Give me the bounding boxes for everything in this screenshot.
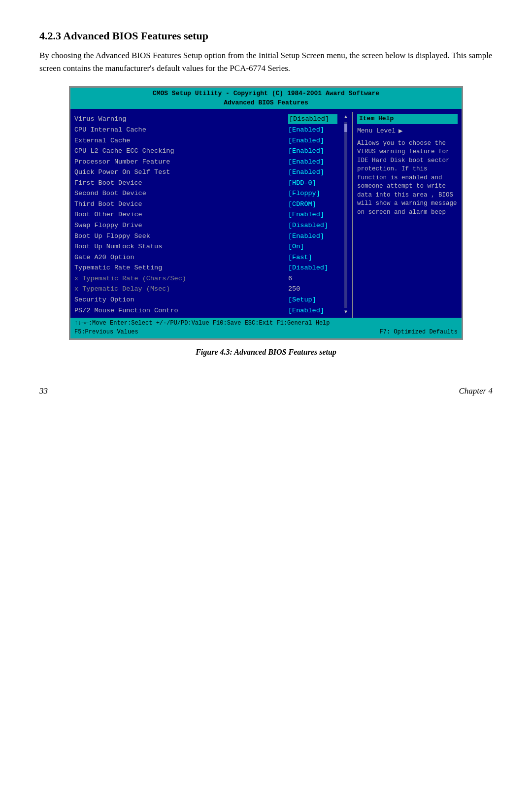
bios-row-label: CPU Internal Cache bbox=[74, 125, 288, 135]
bios-title-line1: CMOS Setup Utility - Copyright (C) 1984-… bbox=[74, 89, 458, 99]
bios-row-value: [Enabled] bbox=[288, 146, 337, 156]
bios-row-label: x Typematic Delay (Msec) bbox=[74, 284, 288, 294]
bios-row: x Typematic Delay (Msec)250 bbox=[74, 284, 337, 295]
bios-row-label: Swap Floppy Drive bbox=[74, 221, 288, 231]
bios-row-label: Processor Number Feature bbox=[74, 157, 288, 167]
bios-screen: CMOS Setup Utility - Copyright (C) 1984-… bbox=[69, 86, 463, 340]
bios-settings-list: Virus Warning[Disabled]CPU Internal Cach… bbox=[74, 114, 343, 316]
chapter-label: Chapter 4 bbox=[459, 386, 493, 396]
bios-row: CPU L2 Cache ECC Checking[Enabled] bbox=[74, 146, 337, 157]
item-help-title: Item Help bbox=[357, 114, 458, 124]
bios-row-label: Boot Up NumLock Status bbox=[74, 242, 288, 252]
bios-row-label: Boot Other Device bbox=[74, 210, 288, 220]
bios-row-value: 250 bbox=[288, 284, 337, 294]
bios-row: CPU Internal Cache[Enabled] bbox=[74, 125, 337, 135]
bios-row: Boot Other Device[Enabled] bbox=[74, 209, 337, 220]
bios-row-value: [Enabled] bbox=[288, 157, 337, 167]
bios-footer-row2: F5:Previous Values F7: Optimized Default… bbox=[74, 328, 458, 336]
bios-footer-row1: ↑↓→←:Move Enter:Select +/-/PU/PD:Value F… bbox=[74, 319, 458, 328]
bios-row-value: [Disabled] bbox=[288, 221, 337, 231]
bios-row-label: Virus Warning bbox=[74, 114, 288, 124]
bios-row-label: First Boot Device bbox=[74, 178, 288, 188]
bios-left-panel: Virus Warning[Disabled]CPU Internal Cach… bbox=[70, 112, 353, 318]
bios-row: x Typematic Rate (Chars/Sec)6 bbox=[74, 273, 337, 284]
bios-row-value: [Enabled] bbox=[288, 125, 337, 135]
bios-row-value: [Disabled] bbox=[288, 263, 337, 273]
bios-row: Second Boot Device[Floppy] bbox=[74, 188, 337, 199]
bios-row-value: [Enabled] bbox=[288, 232, 337, 241]
bios-row-label: External Cache bbox=[74, 136, 288, 146]
footer-line2-right: F7: Optimized Defaults bbox=[380, 328, 458, 336]
bios-row-label: Typematic Rate Setting bbox=[74, 263, 288, 273]
bios-left-inner-section: Virus Warning[Disabled]CPU Internal Cach… bbox=[74, 114, 348, 316]
bios-row: Boot Up NumLock Status[On] bbox=[74, 241, 337, 252]
bios-row: PS/2 Mouse Function Contro[Enabled] bbox=[74, 305, 337, 316]
bios-scrollbar: ▲ ▼ bbox=[343, 114, 348, 316]
bios-row: Boot Up Floppy Seek[Enabled] bbox=[74, 231, 337, 242]
bios-row-label: Quick Power On Self Test bbox=[74, 167, 288, 177]
bios-row-value: [Enabled] bbox=[288, 210, 337, 220]
bios-row-value: [Enabled] bbox=[288, 167, 337, 177]
menu-level-label: Menu Level bbox=[357, 127, 396, 136]
footer-line2-left: F5:Previous Values bbox=[74, 328, 138, 336]
bios-row-value: [HDD-0] bbox=[288, 178, 337, 188]
bios-row-value: [Floppy] bbox=[288, 189, 337, 199]
menu-level-arrow: ▶ bbox=[399, 126, 402, 136]
figure-caption: Figure 4.3: Advanced BIOS Features setup bbox=[39, 348, 493, 357]
scroll-down-arrow: ▼ bbox=[344, 309, 347, 316]
bios-row: Processor Number Feature[Enabled] bbox=[74, 157, 337, 167]
bios-row-label: Second Boot Device bbox=[74, 189, 288, 199]
bios-row: Virus Warning[Disabled] bbox=[74, 114, 337, 125]
bios-row-value: 6 bbox=[288, 274, 337, 284]
bios-row-value: [Enabled] bbox=[288, 306, 337, 316]
scroll-thumb bbox=[344, 124, 347, 132]
bios-right-panel: Item Help Menu Level ▶ Allows you to cho… bbox=[353, 112, 462, 318]
bios-row: External Cache[Enabled] bbox=[74, 135, 337, 146]
scroll-up-arrow: ▲ bbox=[344, 114, 347, 121]
bios-title-bar: CMOS Setup Utility - Copyright (C) 1984-… bbox=[70, 88, 462, 109]
bios-row: First Boot Device[HDD-0] bbox=[74, 178, 337, 189]
section-body: By choosing the Advanced BIOS Features S… bbox=[39, 49, 493, 75]
bios-row-label: x Typematic Rate (Chars/Sec) bbox=[74, 274, 288, 284]
bios-row: Swap Floppy Drive[Disabled] bbox=[74, 220, 337, 231]
bios-row: Gate A20 Option[Fast] bbox=[74, 252, 337, 263]
bios-row-label: Third Boot Device bbox=[74, 199, 288, 209]
bios-footer: ↑↓→←:Move Enter:Select +/-/PU/PD:Value F… bbox=[70, 318, 462, 338]
bios-title-line2: Advanced BIOS Features bbox=[74, 99, 458, 108]
footer-line1: ↑↓→←:Move Enter:Select +/-/PU/PD:Value F… bbox=[74, 319, 330, 328]
bios-row: Third Boot Device[CDROM] bbox=[74, 199, 337, 210]
item-help-text: Allows you to choose the VIRUS warning f… bbox=[357, 139, 458, 217]
bios-row: Quick Power On Self Test[Enabled] bbox=[74, 167, 337, 178]
bios-row-label: PS/2 Mouse Function Contro bbox=[74, 306, 288, 316]
section-title: 4.2.3 Advanced BIOS Features setup bbox=[39, 30, 493, 42]
bios-row-value: [CDROM] bbox=[288, 199, 337, 209]
page-footer: 33 Chapter 4 bbox=[39, 386, 493, 396]
bios-row-label: CPU L2 Cache ECC Checking bbox=[74, 146, 288, 156]
bios-row-value: [Fast] bbox=[288, 253, 337, 263]
bios-row-label: Security Option bbox=[74, 295, 288, 305]
menu-level-row: Menu Level ▶ bbox=[357, 126, 458, 136]
bios-row: Typematic Rate Setting[Disabled] bbox=[74, 263, 337, 273]
bios-row-value: [Setup] bbox=[288, 295, 337, 305]
scroll-track bbox=[344, 122, 347, 308]
page-number: 33 bbox=[39, 386, 48, 396]
bios-row-label: Boot Up Floppy Seek bbox=[74, 232, 288, 241]
bios-row-value: [Disabled] bbox=[288, 114, 337, 124]
bios-content: Virus Warning[Disabled]CPU Internal Cach… bbox=[70, 109, 462, 318]
bios-row: Security Option[Setup] bbox=[74, 295, 337, 305]
bios-row-value: [On] bbox=[288, 242, 337, 252]
bios-row-label: Gate A20 Option bbox=[74, 253, 288, 263]
bios-row-value: [Enabled] bbox=[288, 136, 337, 146]
